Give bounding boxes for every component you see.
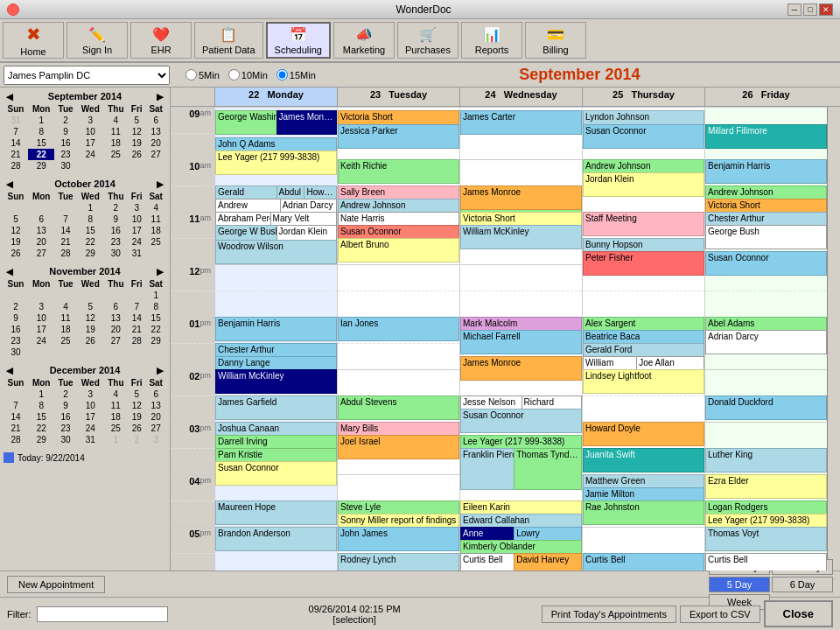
prev-month-btn[interactable]: ◀ — [4, 92, 16, 102]
day-col-25[interactable]: Lyndon Johnson Susan Oconnor Andrew John… — [582, 107, 704, 570]
scroll-header-spacer — [827, 88, 840, 106]
appt-benjamin-harris[interactable]: Benjamin Harris — [215, 317, 337, 341]
close-btn-title[interactable]: ✕ — [819, 4, 833, 16]
appt-susan-oconnor-wed[interactable]: Susan Oconnor — [460, 409, 582, 433]
appt-benjamin-harris-fri[interactable]: Benjamin Harris — [705, 159, 827, 184]
appt-lindsey-lightfoot[interactable]: Lindsey Lightfoot — [583, 369, 704, 394]
menu-purchases-label: Purchases — [405, 45, 451, 55]
billing-icon: 💳 — [547, 26, 564, 43]
interval-radio-group: 5Min 10Min 15Min — [186, 69, 316, 80]
minimize-btn[interactable]: ─ — [788, 4, 802, 16]
appt-james-monroe-wed[interactable]: James Monroe — [460, 186, 582, 210]
appt-george-bush-fri[interactable]: George Bush — [705, 225, 827, 249]
appt-rae-johnston[interactable]: Rae Johnston — [583, 500, 704, 525]
appt-thomas-tyndale[interactable]: Thomas Tyndale — [514, 448, 582, 490]
appt-james-carter[interactable]: James Carter — [460, 110, 582, 135]
appt-jessica-parker[interactable]: Jessica Parker — [338, 124, 459, 149]
appt-adrian-darcy-fri[interactable]: Adrian Darcy — [705, 330, 827, 354]
appt-maureen-hope[interactable]: Maureen Hope — [215, 500, 337, 525]
appt-james-monroe-wed2[interactable]: James Monroe — [460, 356, 582, 381]
menu-signin[interactable]: ✏️ Sign In — [66, 22, 128, 59]
menu-patient-data[interactable]: 📋 Patient Data — [194, 22, 263, 59]
radio-10min[interactable]: 10Min — [228, 69, 268, 80]
next-nov-btn[interactable]: ▶ — [154, 267, 166, 276]
menu-ehr[interactable]: ❤️ EHR — [130, 22, 192, 59]
five-day-btn[interactable]: 5 Day — [709, 577, 770, 592]
time-column: 09am 10am 11am 12pm 01pm 02pm 03pm — [171, 107, 214, 570]
appt-howard-doyle[interactable]: Howard Doyle — [583, 422, 704, 446]
appt-william-mckinley-wed[interactable]: William McKinley — [460, 225, 582, 249]
six-day-btn[interactable]: 6 Day — [772, 577, 833, 592]
appt-albert-bruno[interactable]: Albert Bruno — [338, 238, 459, 262]
appt-james-monroe-mon[interactable]: James Monroe — [276, 110, 338, 135]
appt-lee-yager-mon[interactable]: Lee Yager (217 999-3838) — [215, 150, 337, 175]
appt-david-harvey[interactable]: David Harvey — [514, 553, 582, 570]
mini-cal-sep: ◀ September 2014 ▶ SunMonTueWedThuFriSat… — [4, 91, 166, 172]
time-slot-3pm: 03pm — [171, 422, 214, 448]
maximize-btn[interactable]: □ — [803, 4, 817, 16]
time-slot-11: 11am — [171, 212, 214, 238]
print-appointments-btn[interactable]: Print Today's Appointments — [542, 606, 676, 623]
today-label: Today: 9/22/2014 — [4, 452, 166, 463]
close-window-btn[interactable] — [7, 4, 19, 16]
menubar: ✖ Home ✏️ Sign In ❤️ EHR 📋 Patient Data … — [0, 19, 840, 63]
menu-purchases[interactable]: 🛒 Purchases — [397, 22, 458, 59]
appt-curtis-bell-thu[interactable]: Curtis Bell — [583, 553, 704, 570]
menu-scheduling[interactable]: 📅 Scheduling — [266, 22, 331, 59]
export-csv-btn[interactable]: Export to CSV — [680, 606, 760, 623]
time-slot-5pm: 05pm — [171, 527, 214, 553]
appt-jordan-klein-thu[interactable]: Jordan Klein — [583, 172, 704, 197]
appt-james-garfield[interactable]: James Garfield — [215, 396, 337, 420]
appt-william-mckinley-mon[interactable]: William McKinley — [215, 369, 337, 394]
prev-dec-btn[interactable]: ◀ — [4, 366, 16, 375]
appt-donald-duckford[interactable]: Donald Duckford — [705, 396, 827, 420]
app-title: WonderDoc — [60, 4, 788, 16]
day-col-22[interactable]: George Washington John Q Adams Lee Yager… — [214, 107, 337, 570]
appt-thomas-voyt[interactable]: Thomas Voyt — [705, 527, 827, 551]
inner-cal[interactable]: 09am 10am 11am 12pm 01pm 02pm 03pm — [171, 107, 827, 570]
appt-juanita-swift[interactable]: Juanita Swift — [583, 448, 704, 472]
appt-luther-king[interactable]: Luther King — [705, 448, 827, 472]
appt-brandon-anderson[interactable]: Brandon Anderson — [215, 527, 337, 551]
menu-reports[interactable]: 📊 Reports — [461, 22, 522, 59]
menu-marketing[interactable]: 📣 Marketing — [333, 22, 395, 59]
day-col-26[interactable]: Millard Fillmore Benjamin Harris Andrew … — [704, 107, 827, 570]
appt-rodney-lynch[interactable]: Rodney Lynch — [338, 553, 459, 570]
appt-joel-israel[interactable]: Joel Israel — [338, 435, 459, 459]
radio-5min[interactable]: 5Min — [186, 69, 220, 80]
time-slot-115 — [171, 343, 214, 369]
prev-oct-btn[interactable]: ◀ — [4, 179, 16, 189]
appt-susan-oconnor-fri[interactable]: Susan Oconnor — [705, 251, 827, 276]
menu-billing[interactable]: 💳 Billing — [525, 22, 586, 59]
cal-day-headers: 22 Monday 23 Tuesday 24 Wednesday 25 Thu… — [171, 88, 840, 107]
menu-home[interactable]: ✖ Home — [3, 22, 64, 59]
patient-icon: 📋 — [220, 26, 237, 43]
appt-woodrow-wilson[interactable]: Woodrow Wilson — [215, 240, 337, 264]
appt-staff-meeting[interactable]: Staff Meeting — [583, 212, 704, 236]
day-col-24[interactable]: James Carter Andrew Johnson Victoria Sho… — [459, 107, 582, 570]
vertical-scrollbar[interactable] — [827, 107, 840, 570]
appt-michael-farrell[interactable]: Michael Farrell — [460, 330, 582, 354]
new-appointment-button[interactable]: New Appointment — [7, 576, 105, 593]
day-26-slots: Millard Fillmore Benjamin Harris Andrew … — [705, 107, 827, 570]
appt-ezra-elder[interactable]: Ezra Elder — [705, 474, 827, 499]
filter-input[interactable] — [37, 606, 168, 622]
appt-susan-oconnor-mon[interactable]: Susan Oconnor — [215, 461, 337, 486]
next-month-btn[interactable]: ▶ — [154, 92, 166, 102]
radio-15min[interactable]: 15Min — [276, 69, 316, 80]
next-dec-btn[interactable]: ▶ — [154, 366, 166, 375]
appt-ian-jones[interactable]: Ian Jones — [338, 317, 459, 341]
day-col-23[interactable]: Victoria Short Jessica Parker Keith Rich… — [337, 107, 459, 570]
appt-peter-fisher[interactable]: Peter Fisher — [583, 251, 704, 276]
prev-nov-btn[interactable]: ◀ — [4, 267, 16, 276]
appt-curtis-bell-fri[interactable]: Curtis Bell — [705, 553, 827, 570]
home-icon: ✖ — [26, 24, 41, 45]
appt-john-james[interactable]: John James — [338, 527, 459, 551]
close-main-btn[interactable]: Close — [764, 600, 833, 627]
appt-abdul-stevens[interactable]: Abdul Stevens — [338, 396, 459, 420]
appt-susan-oconnor-thu[interactable]: Susan Oconnor — [583, 124, 704, 149]
doctor-select[interactable]: James Pamplin DC — [4, 66, 170, 85]
appt-millard-fillmore[interactable]: Millard Fillmore — [705, 124, 827, 149]
appt-keith-richie[interactable]: Keith Richie — [338, 159, 459, 184]
next-oct-btn[interactable]: ▶ — [154, 179, 166, 189]
